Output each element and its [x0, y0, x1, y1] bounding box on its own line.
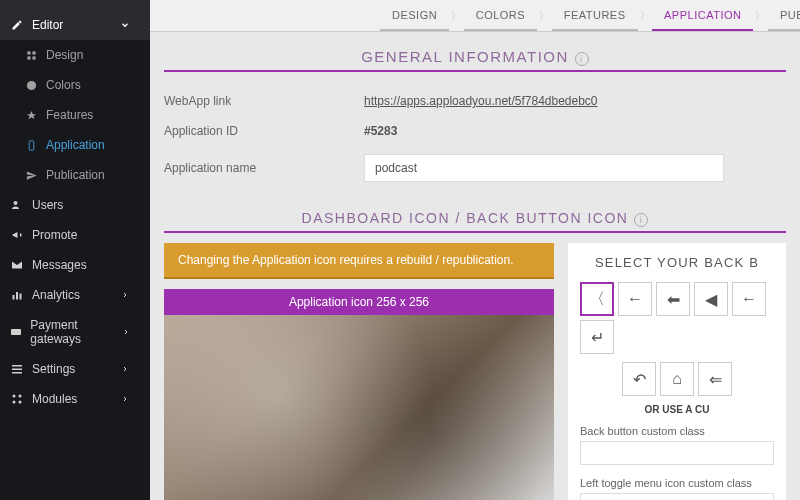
app-id-label: Application ID	[164, 124, 364, 138]
sidebar-item-design[interactable]: Design	[0, 40, 150, 70]
pencil-icon	[10, 18, 24, 32]
svg-rect-10	[11, 329, 21, 335]
row-webapp-link: WebApp link https://apps.apploadyou.net/…	[164, 86, 786, 116]
svg-rect-0	[27, 51, 30, 54]
sidebar-item-modules[interactable]: Modules	[0, 384, 150, 414]
sidebar-item-label: Settings	[32, 362, 75, 376]
back-option-home[interactable]: ⌂	[660, 362, 694, 396]
sliders-icon	[10, 362, 24, 376]
app-name-label: Application name	[164, 161, 364, 175]
svg-rect-2	[27, 56, 30, 59]
section-title-dashboard: DASHBOARD ICON / BACK BUTTON ICONi	[164, 210, 786, 233]
send-icon	[24, 168, 38, 182]
back-option-reply[interactable]: ↵	[580, 320, 614, 354]
breadcrumb-tabs: DESIGN 〉 COLORS 〉 FEATURES 〉 APPLICATION…	[150, 0, 800, 32]
sidebar: Editor Design Colors Features Applicatio…	[0, 0, 150, 500]
toggle-class-input[interactable]	[580, 493, 774, 500]
row-app-id: Application ID #5283	[164, 116, 786, 146]
svg-rect-7	[13, 295, 15, 300]
svg-rect-12	[12, 369, 22, 371]
sidebar-item-label: Promote	[32, 228, 77, 242]
info-icon[interactable]: i	[575, 52, 589, 66]
chart-icon	[10, 288, 24, 302]
back-option-arrow[interactable]: ←	[618, 282, 652, 316]
envelope-icon	[10, 258, 24, 272]
svg-point-17	[19, 401, 22, 404]
star-icon	[24, 108, 38, 122]
tab-application[interactable]: APPLICATION	[652, 0, 753, 31]
webapp-link[interactable]: https://apps.apploadyou.net/5f784dbedebc…	[364, 94, 598, 108]
app-id-value: #5283	[364, 124, 397, 138]
sidebar-item-label: Payment gateways	[30, 318, 119, 346]
app-icon-header: Application icon 256 x 256	[164, 289, 554, 315]
svg-rect-8	[16, 292, 18, 300]
sidebar-item-features[interactable]: Features	[0, 100, 150, 130]
sidebar-item-application[interactable]: Application	[0, 130, 150, 160]
svg-rect-13	[12, 372, 22, 374]
main-content: DESIGN 〉 COLORS 〉 FEATURES 〉 APPLICATION…	[150, 0, 800, 500]
sidebar-sub-label: Colors	[46, 78, 81, 92]
sidebar-item-payment[interactable]: Payment gateways	[0, 310, 150, 354]
tab-publication[interactable]: PUBLICATION	[768, 0, 800, 31]
svg-point-6	[14, 201, 18, 205]
back-button-column: SELECT YOUR BACK B 〈 ← ⬅ ◀ ← ↵ ↶ ⌂ ⇐ OR …	[568, 243, 786, 500]
sidebar-item-promote[interactable]: Promote	[0, 220, 150, 250]
sidebar-item-colors[interactable]: Colors	[0, 70, 150, 100]
sidebar-item-publication[interactable]: Publication	[0, 160, 150, 190]
webapp-link-label: WebApp link	[164, 94, 364, 108]
back-option-chevron[interactable]: 〈	[580, 282, 614, 316]
app-icon-preview[interactable]	[164, 315, 554, 500]
phone-icon	[24, 138, 38, 152]
svg-point-4	[26, 80, 35, 89]
palette-icon	[24, 78, 38, 92]
section-title-general: GENERAL INFORMATIONi	[164, 48, 786, 72]
app-name-input[interactable]	[364, 154, 724, 182]
sidebar-sub-label: Features	[46, 108, 93, 122]
general-info-section: GENERAL INFORMATIONi WebApp link https:/…	[164, 48, 786, 190]
sidebar-item-analytics[interactable]: Analytics	[0, 280, 150, 310]
chevron-right-icon	[118, 392, 132, 406]
sidebar-editor-header[interactable]: Editor	[0, 10, 150, 40]
webapp-link-value: https://apps.apploadyou.net/5f784dbedebc…	[364, 94, 598, 108]
grid-icon	[24, 48, 38, 62]
sidebar-item-settings[interactable]: Settings	[0, 354, 150, 384]
tab-separator: 〉	[449, 0, 464, 31]
users-icon	[10, 198, 24, 212]
sidebar-item-label: Modules	[32, 392, 77, 406]
warning-banner: Changing the Application icon requires a…	[164, 243, 554, 279]
back-option-extra[interactable]: ⇐	[698, 362, 732, 396]
svg-rect-3	[32, 56, 35, 59]
back-option-triangle[interactable]: ◀	[694, 282, 728, 316]
svg-point-15	[19, 395, 22, 398]
tab-separator: 〉	[537, 0, 552, 31]
svg-rect-5	[29, 140, 34, 149]
toggle-class-label: Left toggle menu icon custom class	[580, 477, 774, 489]
or-custom-text: OR USE A CU	[580, 404, 774, 415]
app-icon-column: Changing the Application icon requires a…	[164, 243, 554, 500]
svg-point-16	[13, 401, 16, 404]
svg-rect-11	[12, 365, 22, 367]
back-icon-grid: 〈 ← ⬅ ◀ ← ↵	[580, 282, 774, 354]
tab-features[interactable]: FEATURES	[552, 0, 638, 31]
tab-design[interactable]: DESIGN	[380, 0, 449, 31]
back-option-undo[interactable]: ↶	[622, 362, 656, 396]
svg-point-14	[13, 395, 16, 398]
svg-rect-1	[32, 51, 35, 54]
puzzle-icon	[10, 392, 24, 406]
sidebar-editor-label: Editor	[32, 18, 63, 32]
megaphone-icon	[10, 228, 24, 242]
card-icon	[10, 325, 22, 339]
back-class-input[interactable]	[580, 441, 774, 465]
info-icon[interactable]: i	[634, 213, 648, 227]
sidebar-sub-label: Design	[46, 48, 83, 62]
sidebar-sub-label: Application	[46, 138, 105, 152]
tab-colors[interactable]: COLORS	[464, 0, 537, 31]
row-app-name: Application name	[164, 146, 786, 190]
back-option-thin-arrow[interactable]: ←	[732, 282, 766, 316]
sidebar-item-messages[interactable]: Messages	[0, 250, 150, 280]
tab-separator: 〉	[753, 0, 768, 31]
back-option-thick-arrow[interactable]: ⬅	[656, 282, 690, 316]
sidebar-item-label: Users	[32, 198, 63, 212]
sidebar-item-users[interactable]: Users	[0, 190, 150, 220]
sidebar-avatar-area	[0, 0, 150, 10]
